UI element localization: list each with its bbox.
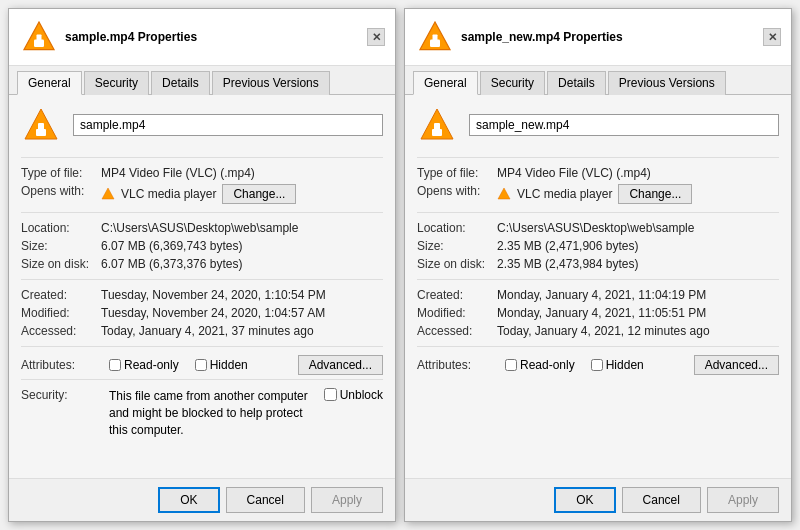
- vlc-logo-large-2: [417, 105, 457, 145]
- svg-rect-12: [434, 123, 440, 131]
- tab-security-1[interactable]: Security: [84, 71, 149, 95]
- filename-input-2[interactable]: [469, 114, 779, 136]
- size-value-2: 2.35 MB (2,471,906 bytes): [497, 239, 638, 253]
- accessed-label-1: Accessed:: [21, 324, 101, 338]
- content-1: Type of file: MP4 Video File (VLC) (.mp4…: [9, 95, 395, 478]
- size-on-disk-value-1: 6.07 MB (6,373,376 bytes): [101, 257, 242, 271]
- readonly-checkbox-1[interactable]: Read-only: [109, 358, 179, 372]
- accessed-row-1: Accessed: Today, January 4, 2021, 37 min…: [21, 324, 383, 338]
- created-row-1: Created: Tuesday, November 24, 2020, 1:1…: [21, 288, 383, 302]
- info-section-1: Type of file: MP4 Video File (VLC) (.mp4…: [21, 157, 383, 204]
- size-row-1: Size: 6.07 MB (6,369,743 bytes): [21, 239, 383, 253]
- file-header-2: [417, 105, 779, 145]
- created-row-2: Created: Monday, January 4, 2021, 11:04:…: [417, 288, 779, 302]
- footer-2: OK Cancel Apply: [405, 478, 791, 521]
- dates-section-1: Created: Tuesday, November 24, 2020, 1:1…: [21, 279, 383, 338]
- tabs-1: General Security Details Previous Versio…: [9, 66, 395, 95]
- svg-rect-9: [433, 35, 438, 43]
- vlc-small-icon-1: [101, 187, 115, 201]
- vlc-small-icon-2: [497, 187, 511, 201]
- security-label-1: Security:: [21, 388, 101, 402]
- dialog-1: sample.mp4 Properties ✕ General Security…: [8, 8, 396, 522]
- attributes-label-2: Attributes:: [417, 358, 497, 372]
- ok-button-2[interactable]: OK: [554, 487, 615, 513]
- readonly-input-1[interactable]: [109, 359, 121, 371]
- readonly-checkbox-2[interactable]: Read-only: [505, 358, 575, 372]
- type-label-1: Type of file:: [21, 166, 101, 180]
- created-label-1: Created:: [21, 288, 101, 302]
- accessed-row-2: Accessed: Today, January 4, 2021, 12 min…: [417, 324, 779, 338]
- attributes-section-1: Attributes: Read-only Hidden Advanced...: [21, 346, 383, 375]
- hidden-input-2[interactable]: [591, 359, 603, 371]
- accessed-value-2: Today, January 4, 2021, 12 minutes ago: [497, 324, 710, 338]
- tab-general-1[interactable]: General: [17, 71, 82, 95]
- security-text-1: This file came from another computer and…: [109, 388, 316, 438]
- size-row-2: Size: 2.35 MB (2,471,906 bytes): [417, 239, 779, 253]
- vlc-logo-large-1: [21, 105, 61, 145]
- svg-marker-13: [498, 188, 510, 199]
- tab-previous-versions-1[interactable]: Previous Versions: [212, 71, 330, 95]
- title-text-1: sample.mp4 Properties: [65, 30, 197, 44]
- accessed-value-1: Today, January 4, 2021, 37 minutes ago: [101, 324, 314, 338]
- tab-details-1[interactable]: Details: [151, 71, 210, 95]
- location-value-2: C:\Users\ASUS\Desktop\web\sample: [497, 221, 694, 235]
- created-label-2: Created:: [417, 288, 497, 302]
- opens-row-2: Opens with: VLC media player Change...: [417, 184, 779, 204]
- location-label-2: Location:: [417, 221, 497, 235]
- advanced-button-2[interactable]: Advanced...: [694, 355, 779, 375]
- size-on-disk-row-2: Size on disk: 2.35 MB (2,473,984 bytes): [417, 257, 779, 271]
- change-button-1[interactable]: Change...: [222, 184, 296, 204]
- svg-rect-2: [37, 35, 42, 43]
- tab-general-2[interactable]: General: [413, 71, 478, 95]
- title-left-1: sample.mp4 Properties: [19, 17, 197, 57]
- hidden-checkbox-2[interactable]: Hidden: [591, 358, 644, 372]
- vlc-icon-1: [19, 17, 59, 57]
- filename-input-1[interactable]: [73, 114, 383, 136]
- type-value-1: MP4 Video File (VLC) (.mp4): [101, 166, 255, 180]
- close-button-1[interactable]: ✕: [367, 28, 385, 46]
- apply-button-2[interactable]: Apply: [707, 487, 779, 513]
- unblock-checkbox-1[interactable]: Unblock: [324, 388, 383, 402]
- readonly-input-2[interactable]: [505, 359, 517, 371]
- change-button-2[interactable]: Change...: [618, 184, 692, 204]
- tab-details-2[interactable]: Details: [547, 71, 606, 95]
- created-value-2: Monday, January 4, 2021, 11:04:19 PM: [497, 288, 706, 302]
- ok-button-1[interactable]: OK: [158, 487, 219, 513]
- opens-row-1: Opens with: VLC media player Change...: [21, 184, 383, 204]
- title-left-2: sample_new.mp4 Properties: [415, 17, 623, 57]
- type-label-2: Type of file:: [417, 166, 497, 180]
- type-row-2: Type of file: MP4 Video File (VLC) (.mp4…: [417, 166, 779, 180]
- modified-label-1: Modified:: [21, 306, 101, 320]
- apply-button-1[interactable]: Apply: [311, 487, 383, 513]
- opens-label-1: Opens with:: [21, 184, 101, 198]
- cancel-button-2[interactable]: Cancel: [622, 487, 701, 513]
- unblock-input-1[interactable]: [324, 388, 337, 401]
- modified-row-2: Modified: Monday, January 4, 2021, 11:05…: [417, 306, 779, 320]
- location-row-2: Location: C:\Users\ASUS\Desktop\web\samp…: [417, 221, 779, 235]
- modified-value-1: Tuesday, November 24, 2020, 1:04:57 AM: [101, 306, 325, 320]
- tab-security-2[interactable]: Security: [480, 71, 545, 95]
- opens-value-1: VLC media player: [121, 187, 216, 201]
- close-button-2[interactable]: ✕: [763, 28, 781, 46]
- dates-section-2: Created: Monday, January 4, 2021, 11:04:…: [417, 279, 779, 338]
- vlc-icon-2: [415, 17, 455, 57]
- title-bar-2: sample_new.mp4 Properties ✕: [405, 9, 791, 66]
- svg-marker-6: [102, 188, 114, 199]
- type-row-1: Type of file: MP4 Video File (VLC) (.mp4…: [21, 166, 383, 180]
- hidden-input-1[interactable]: [195, 359, 207, 371]
- hidden-checkbox-1[interactable]: Hidden: [195, 358, 248, 372]
- title-bar-1: sample.mp4 Properties ✕: [9, 9, 395, 66]
- info-section-2: Type of file: MP4 Video File (VLC) (.mp4…: [417, 157, 779, 204]
- advanced-button-1[interactable]: Advanced...: [298, 355, 383, 375]
- opens-with-2: VLC media player Change...: [497, 184, 692, 204]
- type-value-2: MP4 Video File (VLC) (.mp4): [497, 166, 651, 180]
- tab-previous-versions-2[interactable]: Previous Versions: [608, 71, 726, 95]
- accessed-label-2: Accessed:: [417, 324, 497, 338]
- location-section-2: Location: C:\Users\ASUS\Desktop\web\samp…: [417, 212, 779, 271]
- cancel-button-1[interactable]: Cancel: [226, 487, 305, 513]
- size-value-1: 6.07 MB (6,369,743 bytes): [101, 239, 242, 253]
- tabs-2: General Security Details Previous Versio…: [405, 66, 791, 95]
- dialog-2: sample_new.mp4 Properties ✕ General Secu…: [404, 8, 792, 522]
- opens-with-1: VLC media player Change...: [101, 184, 296, 204]
- location-label-1: Location:: [21, 221, 101, 235]
